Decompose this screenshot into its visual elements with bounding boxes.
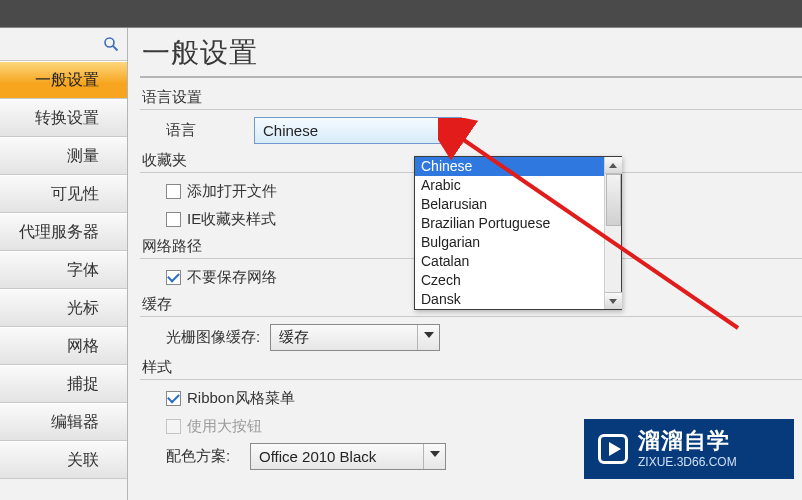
sidebar-item-font[interactable]: 字体 (0, 251, 127, 289)
language-combo-value: Chinese (263, 122, 318, 139)
net-nosave-checkbox[interactable] (166, 270, 181, 285)
fav-ie-style-checkbox[interactable] (166, 212, 181, 227)
scheme-label: 配色方案: (166, 447, 250, 466)
sidebar-item-label: 转换设置 (35, 108, 99, 129)
sidebar-item-convert[interactable]: 转换设置 (0, 99, 127, 137)
search-icon[interactable] (103, 36, 119, 52)
sidebar-item-measure[interactable]: 测量 (0, 137, 127, 175)
sidebar-item-label: 网格 (67, 336, 99, 357)
chevron-down-icon (417, 325, 439, 350)
sidebar-item-editor[interactable]: 编辑器 (0, 403, 127, 441)
style-bigbtn-checkbox (166, 419, 181, 434)
sidebar-item-label: 光标 (67, 298, 99, 319)
badge-subtitle: ZIXUE.3D66.COM (638, 456, 737, 468)
sidebar-item-label: 字体 (67, 260, 99, 281)
dropdown-option[interactable]: Dansk (415, 290, 604, 309)
scheme-combo[interactable]: Office 2010 Black (250, 443, 446, 470)
sidebar-item-general[interactable]: 一般设置 (0, 61, 127, 99)
dropdown-option[interactable]: Brazilian Portuguese (415, 214, 604, 233)
sidebar-item-label: 一般设置 (35, 70, 99, 91)
style-ribbon-checkbox[interactable] (166, 391, 181, 406)
content-panel: 一般设置 语言设置 语言 Chinese 收藏夹 添加打开文件 IE收藏夹样式 (128, 28, 802, 500)
search-row (0, 28, 127, 61)
net-nosave-label: 不要保存网络 (187, 268, 277, 287)
dropdown-option[interactable]: Arabic (415, 176, 604, 195)
section-style: 样式 (140, 354, 802, 380)
language-dropdown[interactable]: Chinese Arabic Belarusian Brazilian Port… (414, 156, 622, 310)
sidebar-item-label: 捕捉 (67, 374, 99, 395)
scheme-combo-value: Office 2010 Black (259, 448, 376, 465)
sidebar-item-snap[interactable]: 捕捉 (0, 365, 127, 403)
style-ribbon-label: Ribbon风格菜单 (187, 389, 295, 408)
dropdown-option[interactable]: Czech (415, 271, 604, 290)
fav-add-open-checkbox[interactable] (166, 184, 181, 199)
language-label: 语言 (166, 121, 254, 140)
dropdown-option[interactable]: Chinese (415, 157, 604, 176)
sidebar-item-grid[interactable]: 网格 (0, 327, 127, 365)
watermark-badge: 溜溜自学 ZIXUE.3D66.COM (584, 419, 794, 479)
fav-add-open-label: 添加打开文件 (187, 182, 277, 201)
sidebar: 一般设置 转换设置 测量 可见性 代理服务器 字体 光标 网格 捕捉 编辑器 关… (0, 28, 128, 500)
scroll-down-button[interactable] (605, 292, 622, 309)
sidebar-item-label: 代理服务器 (19, 222, 99, 243)
cache-combo-value: 缓存 (279, 328, 309, 347)
sidebar-item-visibility[interactable]: 可见性 (0, 175, 127, 213)
dropdown-option[interactable]: Belarusian (415, 195, 604, 214)
sidebar-item-cursor[interactable]: 光标 (0, 289, 127, 327)
svg-line-1 (113, 46, 118, 51)
sidebar-item-proxy[interactable]: 代理服务器 (0, 213, 127, 251)
dropdown-option[interactable]: Bulgarian (415, 233, 604, 252)
badge-title: 溜溜自学 (638, 430, 737, 452)
svg-point-0 (105, 38, 114, 47)
chevron-down-icon (447, 128, 457, 134)
language-combo[interactable]: Chinese (254, 117, 462, 144)
dropdown-option[interactable]: Catalan (415, 252, 604, 271)
sidebar-item-label: 编辑器 (51, 412, 99, 433)
sidebar-item-label: 关联 (67, 450, 99, 471)
sidebar-item-label: 测量 (67, 146, 99, 167)
sidebar-item-label: 可见性 (51, 184, 99, 205)
dropdown-scrollbar[interactable] (604, 157, 621, 309)
section-language: 语言设置 (140, 84, 802, 110)
cache-combo[interactable]: 缓存 (270, 324, 440, 351)
fav-ie-style-label: IE收藏夹样式 (187, 210, 276, 229)
sidebar-item-assoc[interactable]: 关联 (0, 441, 127, 479)
chevron-down-icon (423, 444, 445, 469)
style-bigbtn-label: 使用大按钮 (187, 417, 262, 436)
scroll-thumb[interactable] (606, 174, 621, 226)
cache-label: 光栅图像缓存: (166, 328, 270, 347)
play-icon (598, 434, 628, 464)
page-title: 一般设置 (140, 28, 802, 78)
scroll-up-button[interactable] (605, 157, 622, 174)
